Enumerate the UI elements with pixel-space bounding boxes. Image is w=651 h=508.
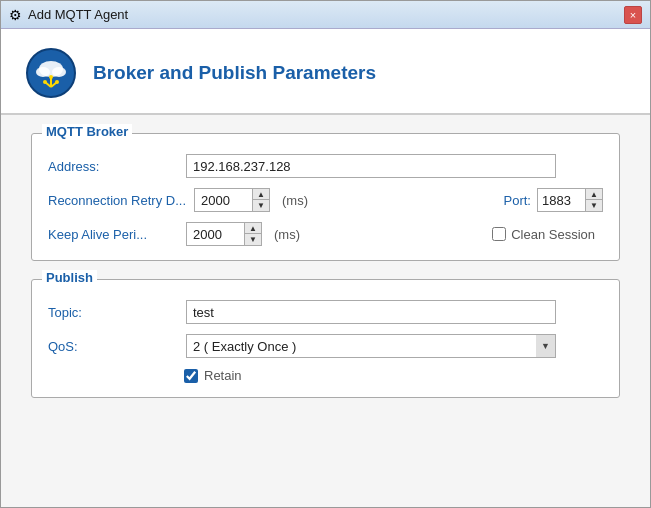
reconnection-unit: (ms) [282, 193, 308, 208]
qos-row: QoS: 0 ( At Most Once ) 1 ( At Least Onc… [48, 334, 603, 358]
port-arrows: ▲ ▼ [585, 188, 603, 212]
title-bar: ⚙ Add MQTT Agent × [1, 1, 650, 29]
topic-input[interactable] [186, 300, 556, 324]
window-title: Add MQTT Agent [28, 7, 128, 22]
reconnection-input[interactable] [194, 188, 252, 212]
clean-session-area: Clean Session [492, 227, 603, 242]
keepalive-arrows: ▲ ▼ [244, 222, 262, 246]
reconnection-spinner: ▲ ▼ [194, 188, 270, 212]
port-input[interactable] [537, 188, 585, 212]
keepalive-up-arrow[interactable]: ▲ [245, 223, 261, 234]
broker-group-label: MQTT Broker [42, 124, 132, 139]
header-area: Broker and Publish Parameters [1, 29, 650, 115]
main-window: ⚙ Add MQTT Agent × Broker and Publish Pa… [0, 0, 651, 508]
qos-select[interactable]: 0 ( At Most Once ) 1 ( At Least Once ) 2… [186, 334, 556, 358]
keepalive-down-arrow[interactable]: ▼ [245, 234, 261, 245]
svg-point-2 [36, 67, 50, 77]
port-up-arrow[interactable]: ▲ [586, 189, 602, 200]
reconnection-up-arrow[interactable]: ▲ [253, 189, 269, 200]
port-row: Port: ▲ ▼ [504, 188, 603, 212]
keepalive-unit: (ms) [274, 227, 300, 242]
keepalive-input[interactable] [186, 222, 244, 246]
address-row: Address: [48, 154, 603, 178]
app-icon: ⚙ [9, 7, 22, 23]
page-title: Broker and Publish Parameters [93, 62, 376, 84]
keepalive-row: Keep Alive Peri... ▲ ▼ (ms) Clean Sessio… [48, 222, 603, 246]
publish-group-label: Publish [42, 270, 97, 285]
close-button[interactable]: × [624, 6, 642, 24]
keepalive-label: Keep Alive Peri... [48, 227, 178, 242]
port-down-arrow[interactable]: ▼ [586, 200, 602, 211]
svg-point-9 [49, 75, 53, 79]
svg-point-7 [43, 80, 47, 84]
clean-session-label: Clean Session [511, 227, 595, 242]
reconnection-label: Reconnection Retry D... [48, 193, 186, 208]
address-input[interactable] [186, 154, 556, 178]
clean-session-checkbox[interactable] [492, 227, 506, 241]
retain-checkbox[interactable] [184, 369, 198, 383]
svg-point-3 [52, 67, 66, 77]
svg-point-8 [55, 80, 59, 84]
port-label: Port: [504, 193, 531, 208]
topic-row: Topic: [48, 300, 603, 324]
publish-group: Publish Topic: QoS: 0 ( At Most Once ) 1… [31, 279, 620, 398]
broker-group: MQTT Broker Address: Reconnection Retry … [31, 133, 620, 261]
topic-label: Topic: [48, 305, 178, 320]
reconnection-down-arrow[interactable]: ▼ [253, 200, 269, 211]
title-bar-left: ⚙ Add MQTT Agent [9, 7, 128, 23]
reconnection-row: Reconnection Retry D... ▲ ▼ (ms) Port: ▲ [48, 188, 603, 212]
port-spinner: ▲ ▼ [537, 188, 603, 212]
mqtt-icon [25, 47, 77, 99]
address-label: Address: [48, 159, 178, 174]
retain-label: Retain [204, 368, 242, 383]
qos-label: QoS: [48, 339, 178, 354]
reconnection-arrows: ▲ ▼ [252, 188, 270, 212]
qos-select-wrap: 0 ( At Most Once ) 1 ( At Least Once ) 2… [186, 334, 556, 358]
keepalive-spinner: ▲ ▼ [186, 222, 262, 246]
retain-row: Retain [184, 368, 603, 383]
content-area: MQTT Broker Address: Reconnection Retry … [1, 115, 650, 507]
